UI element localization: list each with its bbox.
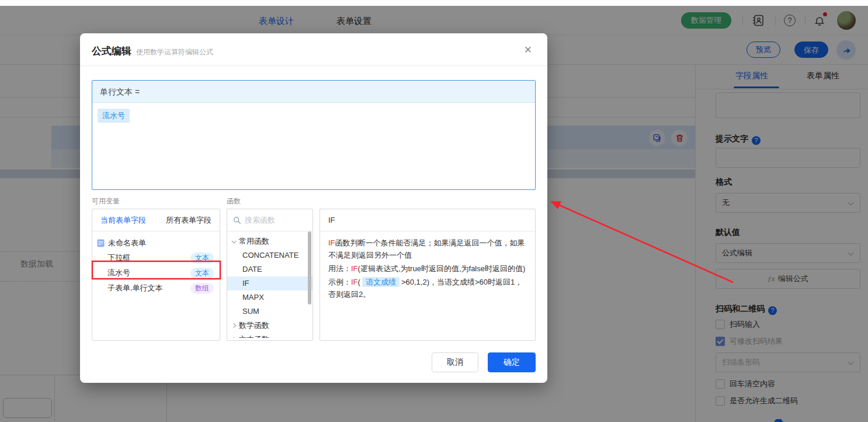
function-search-row — [227, 209, 313, 231]
formula-edit-dialog: 公式编辑 使用数学运算符编辑公式 ✕ 单行文本 = 流水号 可用变量 函数 当前… — [80, 33, 547, 383]
description-text: 示例： — [328, 278, 351, 286]
dialog-title: 公式编辑 — [92, 44, 131, 58]
formula-token-field[interactable]: 流水号 — [98, 109, 130, 123]
function-group-label: 文本函数 — [239, 333, 269, 338]
variables-label: 可用变量 — [92, 196, 120, 206]
function-search-input[interactable] — [245, 216, 303, 224]
function-list: 常用函数 CONCATENATE DATE IF MAPX SUM 数学函数 文… — [227, 231, 313, 338]
scrollbar-thumb[interactable] — [308, 231, 311, 305]
variable-row-serial-number[interactable]: 流水号 文本 — [96, 265, 216, 281]
variable-row-dropdown[interactable]: 下拉框 文本 — [96, 250, 216, 265]
search-icon — [233, 216, 241, 224]
function-group-common[interactable]: 常用函数 — [227, 234, 313, 248]
close-icon[interactable]: ✕ — [524, 44, 532, 56]
function-item-sum[interactable]: SUM — [227, 305, 313, 319]
type-badge: 数组 — [190, 283, 214, 294]
variable-row-subform-text[interactable]: 子表单.单行文本 数组 — [96, 281, 216, 296]
chevron-right-icon — [231, 337, 236, 338]
description-line: 用法：IF(逻辑表达式,为true时返回的值,为false时返回的值) — [328, 262, 527, 275]
description-text: 函数判断一个条件能否满足；如果满足返回一个值，如果不满足则返回另外一个值 — [328, 238, 525, 260]
app-window: 表单设计 表单设置 数据管理 ? 预览 保存 — [0, 0, 868, 422]
formula-editor[interactable]: 单行文本 = 流水号 — [92, 80, 536, 190]
description-text: 用法： — [328, 264, 351, 273]
tab-current-form-fields[interactable]: 当前表单字段 — [100, 215, 146, 226]
cancel-button[interactable]: 取消 — [432, 352, 478, 372]
function-description-panel: IF IF函数判断一个条件能否满足；如果满足返回一个值，如果不满足则返回另外一个… — [320, 209, 536, 341]
variable-name: 子表单.单行文本 — [107, 283, 163, 293]
dialog-footer: 取消 确定 — [432, 352, 536, 372]
variables-tree: 未命名表单 下拉框 文本 流水号 文本 子表单.单行文本 数组 — [92, 231, 220, 296]
description-text: (逻辑表达式,为true时返回的值,为false时返回的值) — [358, 264, 526, 273]
functions-label: 函数 — [227, 196, 241, 206]
function-group-label: 常用函数 — [239, 234, 269, 248]
description-line: 示例：IF(语文成绩>60,1,2)，当语文成绩>60时返回1，否则返回2。 — [328, 276, 527, 300]
function-item-if[interactable]: IF — [227, 276, 313, 290]
variable-name: 下拉框 — [107, 252, 130, 263]
function-group-text[interactable]: 文本函数 — [227, 333, 313, 338]
function-description-body: IF函数判断一个条件能否满足；如果满足返回一个值，如果不满足则返回另外一个值 用… — [320, 231, 535, 300]
type-badge: 文本 — [190, 268, 214, 279]
function-item-concatenate[interactable]: CONCATENATE — [227, 248, 313, 262]
function-item-mapx[interactable]: MAPX — [227, 290, 313, 305]
tree-root-form[interactable]: 未命名表单 — [96, 236, 216, 250]
form-document-icon — [97, 239, 105, 247]
function-group-label: 数学函数 — [239, 319, 269, 333]
tab-all-form-fields[interactable]: 所有表单字段 — [166, 215, 211, 226]
variables-panel: 当前表单字段 所有表单字段 未命名表单 下拉框 文本 流水号 文本 — [92, 209, 220, 341]
form-name: 未命名表单 — [108, 238, 146, 248]
top-strip — [0, 0, 868, 6]
chevron-down-icon — [231, 238, 236, 243]
confirm-button[interactable]: 确定 — [488, 352, 536, 372]
function-item-date[interactable]: DATE — [227, 262, 313, 276]
variables-tabs: 当前表单字段 所有表单字段 — [92, 209, 220, 231]
description-text: ( — [358, 278, 360, 286]
function-token: IF — [328, 238, 335, 247]
functions-panel: 常用函数 CONCATENATE DATE IF MAPX SUM 数学函数 文… — [227, 209, 313, 341]
description-line: IF函数判断一个条件能否满足；如果满足返回一个值，如果不满足则返回另外一个值 — [328, 237, 527, 261]
dialog-subtitle: 使用数学运算符编辑公式 — [136, 47, 213, 57]
field-token: 语文成绩 — [362, 277, 400, 287]
formula-target-field: 单行文本 = — [92, 81, 535, 103]
function-token: IF — [351, 278, 358, 286]
type-badge: 文本 — [190, 252, 214, 264]
function-name: IF — [320, 216, 335, 224]
chevron-right-icon — [231, 323, 236, 328]
function-token: IF — [351, 264, 358, 273]
function-description-header: IF — [320, 209, 535, 231]
function-group-math[interactable]: 数学函数 — [227, 319, 313, 333]
variable-name: 流水号 — [107, 268, 130, 278]
divider — [80, 65, 547, 66]
